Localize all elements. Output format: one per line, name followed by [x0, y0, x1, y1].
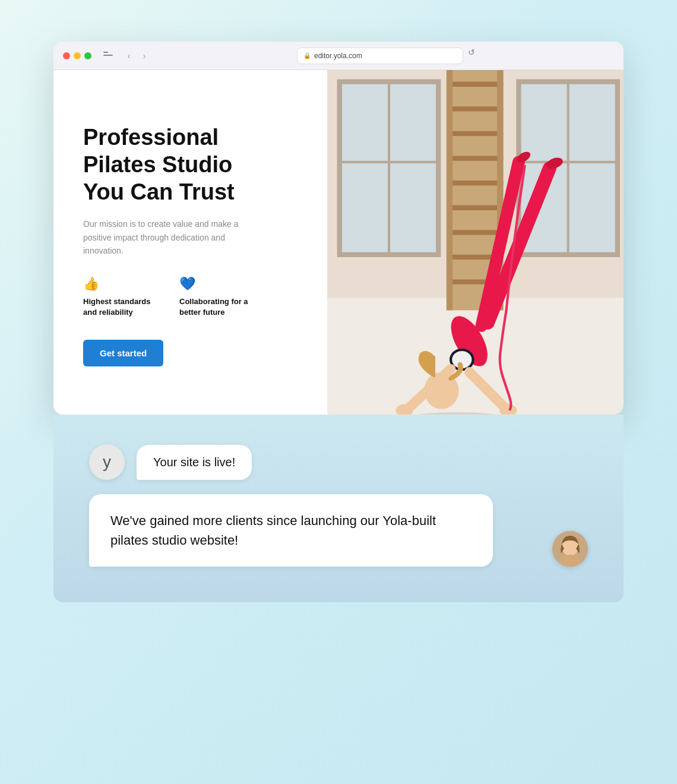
- website-left-panel: Professional Pilates Studio You Can Trus…: [53, 70, 327, 415]
- back-button[interactable]: ‹: [122, 49, 135, 62]
- close-button[interactable]: [63, 52, 70, 59]
- svg-rect-17: [448, 206, 504, 210]
- chat-bubble-live: y Your site is live!: [89, 444, 588, 480]
- svg-rect-13: [448, 106, 504, 111]
- traffic-lights: [63, 52, 91, 59]
- thumbs-up-icon: 👍: [83, 276, 160, 292]
- page-wrapper: ‹ › 🔒 editor.yola.com ↺ Professional Pil…: [42, 42, 635, 742]
- svg-rect-16: [448, 181, 504, 185]
- svg-rect-18: [448, 230, 504, 235]
- lock-icon: 🔒: [303, 52, 311, 59]
- site-description: Our mission is to create value and make …: [83, 217, 249, 257]
- svg-rect-12: [448, 82, 504, 87]
- feature-label-standards: Highest standards and reliability: [83, 296, 160, 318]
- browser-window: ‹ › 🔒 editor.yola.com ↺ Professional Pil…: [53, 42, 624, 415]
- browser-titlebar: ‹ › 🔒 editor.yola.com ↺: [53, 42, 624, 70]
- forward-button[interactable]: ›: [138, 49, 151, 62]
- bubble-text-live: Your site is live!: [137, 445, 252, 480]
- feature-label-collaborating: Collaborating for a better future: [179, 296, 257, 318]
- svg-rect-15: [448, 156, 504, 160]
- address-bar-wrapper: 🔒 editor.yola.com ↺: [158, 48, 614, 64]
- heart-icon: 💙: [179, 276, 257, 292]
- user-avatar: [552, 531, 588, 567]
- feature-item-collaborating: 💙 Collaborating for a better future: [179, 276, 257, 318]
- pilates-image: [327, 70, 624, 415]
- address-bar[interactable]: 🔒 editor.yola.com: [297, 48, 463, 64]
- chat-section: y Your site is live! We've gained more c…: [53, 415, 624, 602]
- website-content: Professional Pilates Studio You Can Trus…: [53, 70, 624, 415]
- site-heading: Professional Pilates Studio You Can Trus…: [83, 124, 298, 206]
- svg-rect-14: [448, 131, 504, 136]
- svg-rect-21: [447, 70, 453, 310]
- website-right-panel: [327, 70, 624, 415]
- maximize-button[interactable]: [84, 52, 91, 59]
- sidebar-toggle-icon[interactable]: [103, 52, 115, 60]
- nav-buttons: ‹ ›: [122, 49, 151, 62]
- url-text: editor.yola.com: [314, 52, 362, 60]
- bubble-text-testimonial: We've gained more clients since launchin…: [89, 494, 493, 567]
- features-row: 👍 Highest standards and reliability 💙 Co…: [83, 276, 298, 318]
- toggle-bar: [103, 52, 108, 53]
- toggle-bar: [103, 55, 113, 56]
- feature-item-standards: 👍 Highest standards and reliability: [83, 276, 160, 318]
- yola-avatar: y: [89, 444, 125, 480]
- minimize-button[interactable]: [74, 52, 81, 59]
- reload-button[interactable]: ↺: [468, 48, 475, 64]
- chat-bubble-testimonial-row: We've gained more clients since launchin…: [89, 494, 588, 567]
- get-started-button[interactable]: Get started: [83, 340, 163, 366]
